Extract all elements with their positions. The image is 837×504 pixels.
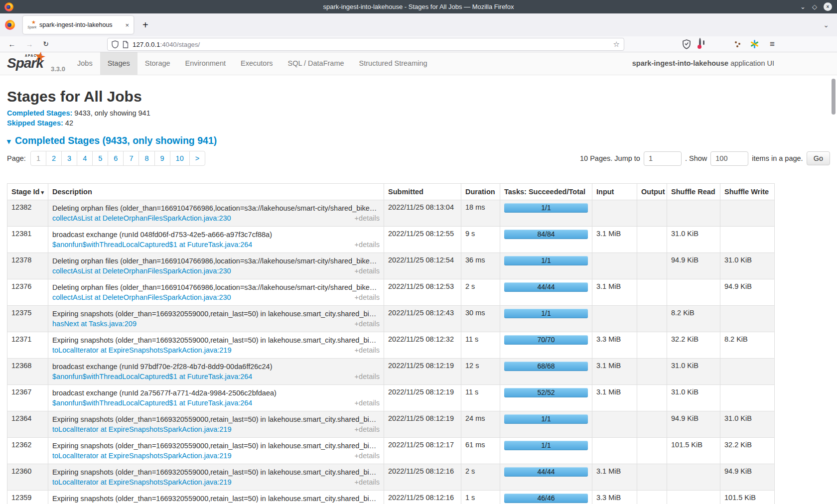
details-toggle[interactable]: +details (355, 266, 380, 276)
details-toggle[interactable]: +details (355, 398, 380, 408)
output-cell (637, 438, 667, 464)
col-shuffle-read[interactable]: Shuffle Read (667, 184, 720, 200)
stage-id-cell: 12376 (7, 279, 48, 306)
col-tasks[interactable]: Tasks: Succeeded/Total (500, 184, 592, 200)
page-2-button[interactable]: 2 (46, 151, 62, 166)
window-minimize-icon[interactable]: ⌄ (800, 0, 806, 13)
stage-link[interactable]: collectAsList at DeleteOrphanFilesSparkA… (52, 213, 231, 223)
shuffle-read-cell (667, 279, 720, 306)
table-row: 12376 Deleting orphan files (older_than=… (7, 279, 775, 306)
container-asterisk-icon[interactable] (749, 39, 760, 50)
details-toggle[interactable]: +details (355, 424, 380, 434)
description-cell: broadcast exchange (runId 048fd06f-d753-… (48, 227, 384, 253)
browser-tab[interactable]: ★ Spark spark-ingest-into-lakehous × (23, 16, 134, 34)
shield-icon[interactable] (112, 40, 119, 48)
stage-link[interactable]: collectAsList at DeleteOrphanFilesSparkA… (52, 292, 231, 302)
col-submitted[interactable]: Submitted (384, 184, 461, 200)
page-scrollbar[interactable] (831, 76, 837, 504)
details-toggle[interactable]: +details (355, 240, 380, 250)
details-toggle[interactable]: +details (355, 451, 380, 461)
page-6-button[interactable]: 6 (108, 151, 124, 166)
details-toggle[interactable]: +details (355, 213, 380, 223)
cookie-extension-icon[interactable] (732, 39, 743, 50)
task-progress-bar: 46/46 (504, 494, 588, 503)
nav-item-storage[interactable]: Storage (138, 52, 178, 75)
details-toggle[interactable]: +details (355, 292, 380, 302)
nav-item-executors[interactable]: Executors (233, 52, 280, 75)
stage-link[interactable]: toLocalIterator at ExpireSnapshotsSparkA… (52, 451, 232, 461)
input-cell (592, 306, 637, 332)
scrollbar-thumb[interactable] (832, 79, 836, 115)
menu-icon[interactable]: ≡ (766, 36, 778, 52)
col-duration[interactable]: Duration (461, 184, 500, 200)
url-text[interactable]: 127.0.0.1:4040/stages/ (133, 41, 613, 48)
bookmark-star-icon[interactable]: ☆ (613, 40, 620, 49)
url-bar[interactable]: 127.0.0.1:4040/stages/ ☆ (107, 38, 624, 51)
page-next-button[interactable]: > (189, 151, 205, 166)
page-3-button[interactable]: 3 (61, 151, 77, 166)
tasks-cell: 1/1 (500, 253, 592, 279)
page-10-button[interactable]: 10 (170, 151, 190, 166)
window-close-icon[interactable]: × (824, 2, 832, 11)
page-7-button[interactable]: 7 (123, 151, 139, 166)
completed-stages-summary: Completed Stages: 9433, only showing 941 (7, 108, 830, 118)
completed-stages-link[interactable]: Completed Stages: (7, 109, 72, 117)
nav-item-sql-dataframe[interactable]: SQL / DataFrame (280, 52, 351, 75)
page-5-button[interactable]: 5 (92, 151, 108, 166)
col-stage-id[interactable]: Stage Id▾ (7, 184, 48, 200)
col-input[interactable]: Input (592, 184, 637, 200)
items-label: items in a page. (752, 154, 803, 162)
nav-item-stages[interactable]: Stages (100, 52, 138, 75)
stage-link[interactable]: toLocalIterator at ExpireSnapshotsSparkA… (52, 345, 232, 355)
stage-link[interactable]: collectAsList at DeleteOrphanFilesSparkA… (52, 266, 231, 276)
show-label: . Show (685, 154, 707, 162)
col-description[interactable]: Description (48, 184, 384, 200)
stage-link[interactable]: $anonfun$withThreadLocalCaptured$1 at Fu… (52, 398, 252, 408)
extension-shield-icon[interactable] (682, 39, 693, 50)
shuffle-write-cell: 101.5 KiB (720, 491, 775, 504)
skipped-stages-link[interactable]: Skipped Stages: (7, 119, 63, 127)
submitted-cell: 2022/11/25 08:13:04 (384, 200, 461, 227)
tab-close-icon[interactable]: × (125, 21, 129, 29)
stage-description: Expiring snapshots (older_than=166932055… (52, 335, 380, 345)
tasks-cell: 70/70 (500, 332, 592, 359)
stage-link[interactable]: hasNext at Tasks.java:209 (52, 319, 137, 329)
spark-wordmark: Spark (7, 55, 43, 71)
jump-to-page-input[interactable] (644, 151, 682, 166)
details-toggle[interactable]: +details (355, 477, 380, 487)
nav-item-structured-streaming[interactable]: Structured Streaming (352, 52, 435, 75)
details-toggle[interactable]: +details (355, 319, 380, 329)
details-toggle[interactable]: +details (355, 345, 380, 355)
ublock-origin-icon[interactable] (715, 39, 726, 50)
tab-overflow-chevron-icon[interactable]: ⌄ (823, 21, 829, 29)
spark-logo[interactable]: APACHE ★ Spark 3.3.0 (7, 52, 70, 75)
col-output[interactable]: Output (637, 184, 667, 200)
col-shuffle-write[interactable]: Shuffle Write (720, 184, 775, 200)
page-4-button[interactable]: 4 (77, 151, 93, 166)
details-toggle[interactable]: +details (355, 372, 380, 381)
completed-stages-section-header[interactable]: ▾ Completed Stages (9433, only showing 9… (7, 135, 830, 146)
submitted-cell: 2022/11/25 08:12:19 (384, 359, 461, 385)
page-9-button[interactable]: 9 (154, 151, 170, 166)
tasks-cell: 1/1 (500, 438, 592, 464)
back-button[interactable]: ← (6, 36, 18, 52)
privacy-mask-icon[interactable] (698, 39, 709, 50)
stage-link[interactable]: $anonfun$withThreadLocalCaptured$1 at Fu… (52, 240, 252, 250)
input-cell: 3.1 MiB (592, 359, 637, 385)
task-progress-bar: 84/84 (504, 230, 588, 239)
stage-link[interactable]: $anonfun$withThreadLocalCaptured$1 at Fu… (52, 372, 252, 381)
stage-link[interactable]: toLocalIterator at ExpireSnapshotsSparkA… (52, 424, 232, 434)
table-row: 12360 Expiring snapshots (older_than=166… (7, 464, 775, 491)
go-button[interactable]: Go (807, 151, 830, 165)
nav-item-jobs[interactable]: Jobs (70, 52, 100, 75)
nav-item-environment[interactable]: Environment (178, 52, 233, 75)
page-info-icon[interactable] (123, 41, 129, 48)
stage-description: Deleting orphan files (older_than=166910… (52, 203, 380, 213)
new-tab-button[interactable]: + (142, 19, 148, 31)
stage-id-cell: 12360 (7, 464, 48, 491)
stage-link[interactable]: toLocalIterator at ExpireSnapshotsSparkA… (52, 477, 232, 487)
page-8-button[interactable]: 8 (139, 151, 154, 166)
submitted-cell: 2022/11/25 08:12:32 (384, 332, 461, 359)
window-maximize-icon[interactable]: ◇ (812, 0, 817, 13)
items-per-page-input[interactable] (710, 151, 748, 166)
